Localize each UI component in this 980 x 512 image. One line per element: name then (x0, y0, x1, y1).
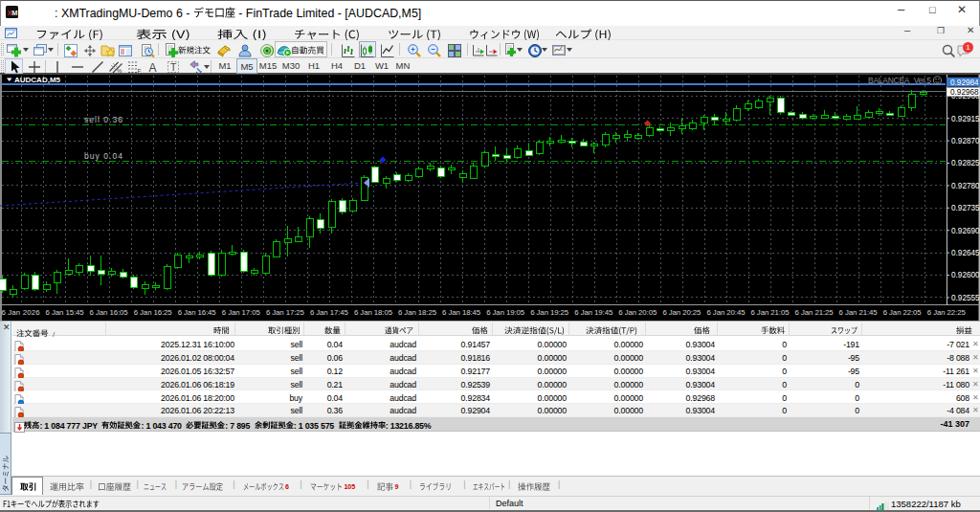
svg-text:6 Jan 19:25: 6 Jan 19:25 (530, 308, 569, 317)
svg-text:0.92984: 0.92984 (950, 78, 979, 87)
svg-text:6 Jan 15:45: 6 Jan 15:45 (46, 308, 85, 317)
svg-text:0.92870: 0.92870 (951, 137, 980, 145)
svg-text:6 Jan 16:05: 6 Jan 16:05 (90, 308, 129, 317)
svg-text:0.92915: 0.92915 (951, 115, 980, 123)
svg-text:6 Jan 21:05: 6 Jan 21:05 (751, 308, 791, 317)
svg-text:6 Jan 16:45: 6 Jan 16:45 (178, 308, 217, 317)
svg-text:0.92968: 0.92968 (950, 88, 979, 97)
svg-text:0.92555: 0.92555 (951, 294, 980, 302)
svg-text:sell 0.36: sell 0.36 (84, 115, 122, 124)
svg-text:6 Jan 17:25: 6 Jan 17:25 (266, 308, 305, 317)
svg-text:0.92825: 0.92825 (951, 159, 980, 167)
svg-text:6 Jan 18:45: 6 Jan 18:45 (442, 308, 481, 317)
svg-text:0.92780: 0.92780 (951, 182, 980, 190)
svg-text:0.92600: 0.92600 (951, 271, 980, 279)
svg-text:0.92645: 0.92645 (951, 249, 980, 257)
svg-text:M: M (11, 9, 17, 17)
svg-text:AUDCAD,M5: AUDCAD,M5 (14, 76, 61, 84)
svg-text:BALANCEA_Ver.5: BALANCEA_Ver.5 (868, 76, 931, 85)
svg-text:6 Jan 18:05: 6 Jan 18:05 (354, 308, 393, 317)
svg-text:6 Jan 18:25: 6 Jan 18:25 (398, 308, 437, 317)
svg-text:A: A (149, 61, 157, 75)
svg-text:6 Jan 20:25: 6 Jan 20:25 (662, 308, 702, 317)
svg-text:6 Jan 21:25: 6 Jan 21:25 (795, 308, 835, 317)
svg-text:6 Jan 2026: 6 Jan 2026 (2, 308, 40, 317)
svg-text:%: % (117, 68, 122, 74)
svg-text:T: T (170, 61, 177, 73)
svg-text:6 Jan 16:25: 6 Jan 16:25 (134, 308, 173, 317)
svg-text:0.92690: 0.92690 (951, 227, 980, 235)
svg-text:6 Jan 17:45: 6 Jan 17:45 (310, 308, 349, 317)
svg-text:F: F (138, 68, 142, 75)
svg-text:6 Jan 22:25: 6 Jan 22:25 (927, 308, 967, 317)
svg-text:6 Jan 19:05: 6 Jan 19:05 (486, 308, 525, 317)
svg-text:6 Jan 17:05: 6 Jan 17:05 (222, 308, 261, 317)
svg-text:6 Jan 20:45: 6 Jan 20:45 (707, 308, 746, 317)
svg-text:6 Jan 19:45: 6 Jan 19:45 (574, 308, 613, 317)
svg-text:6 Jan 21:45: 6 Jan 21:45 (839, 308, 879, 317)
svg-text:6 Jan 22:05: 6 Jan 22:05 (883, 308, 923, 317)
svg-text:6 Jan 20:05: 6 Jan 20:05 (618, 308, 657, 317)
svg-text:0.92735: 0.92735 (951, 204, 980, 212)
